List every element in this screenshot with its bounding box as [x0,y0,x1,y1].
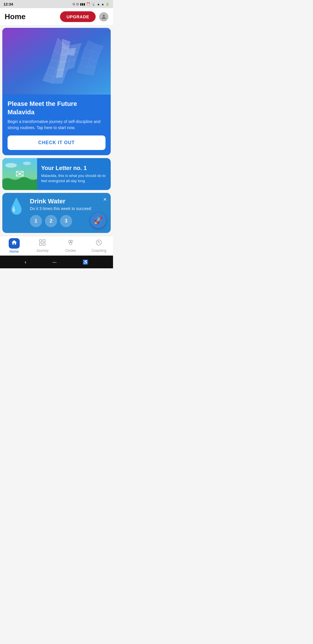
nav-label-coaching: Coaching [92,249,106,253]
android-back-button[interactable]: ‹ [25,259,26,265]
battery-full-icon: ▮▮▮ [80,2,85,6]
battery-icon: 🔋 [105,2,110,6]
svg-point-31 [23,162,31,165]
circles-icon [67,239,74,248]
letter-text-area: Your Letter no. 1 Malavida, this is what… [37,158,111,190]
header-actions: UPGRADE [60,11,108,22]
water-title: Drink Water [30,198,106,205]
svg-point-0 [103,15,105,17]
nav-item-circles[interactable]: Circles [57,237,85,254]
nav-item-journey[interactable]: Journey [28,237,57,254]
home-icon [11,239,17,247]
svg-rect-35 [43,243,45,245]
hero-card[interactable]: Please Meet the Future Malavida Begin a … [2,28,111,155]
envelope-icon: ✉ [15,168,24,180]
home-icon-box [9,238,20,249]
water-step-2[interactable]: 2 [45,215,57,227]
nav-item-home[interactable]: Home [0,236,28,255]
download-icon: ⊡ [76,2,79,6]
coaching-icon [95,239,102,248]
hero-text-area: Please Meet the Future Malavida Begin a … [2,95,111,155]
nav-item-coaching[interactable]: Coaching [85,237,113,254]
svg-point-30 [5,163,17,168]
nav-label-circles: Circles [65,249,76,253]
android-home-button[interactable]: — [52,260,57,264]
check-it-out-button[interactable]: CHECK IT OUT [8,135,105,150]
hero-title: Please Meet the Future Malavida [8,100,105,116]
signal-icon: ▲ [101,2,104,6]
app-header: Home UPGRADE [0,8,113,26]
alarm-icon: ⏰ [86,2,90,6]
svg-point-38 [70,243,72,245]
water-drop-icon: 💧 [7,199,26,214]
water-card[interactable]: × 💧 Drink Water Do it 3 times this week … [2,193,111,233]
nav-label-journey: Journey [36,249,49,253]
profile-icon[interactable] [99,12,108,21]
android-nav-bar: ‹ — ♿ [0,256,113,268]
status-bar: 12:34 G ⊡ ▮▮▮ ⏰ 📡 ▲ ▲ 🔋 [0,0,113,8]
water-step-3[interactable]: 3 [60,215,72,227]
water-step-1[interactable]: 1 [30,215,42,227]
hero-subtitle: Begin a transformative journey of self-d… [8,119,105,131]
rocket-icon: 🚀 [94,216,103,225]
letter-description: Malavida, this is what you should do to … [41,173,107,184]
page-title: Home [5,12,26,21]
wifi-icon: ▲ [97,2,100,6]
android-accessibility-button[interactable]: ♿ [83,259,88,265]
status-icons: G ⊡ ▮▮▮ ⏰ 📡 ▲ ▲ 🔋 [73,2,110,6]
journey-icon [39,239,46,248]
upgrade-button[interactable]: UPGRADE [60,11,96,22]
water-card-close-button[interactable]: × [103,196,107,202]
letter-title: Your Letter no. 1 [41,165,107,171]
nav-label-home: Home [10,249,19,254]
svg-rect-34 [39,243,42,245]
hero-illustration [2,28,111,95]
svg-marker-17 [61,47,68,56]
hero-image [2,28,111,95]
google-icon: G [73,2,75,6]
water-description: Do it 3 times this week to succeed [30,206,106,211]
svg-point-37 [70,240,73,243]
svg-rect-32 [39,240,42,242]
status-time: 12:34 [3,2,13,6]
letter-image-area: ✉ [2,158,37,190]
bottom-navigation: Home Journey Circles Coaching [0,236,113,256]
water-rocket-button[interactable]: 🚀 [90,213,106,228]
cast-icon: 📡 [92,2,96,6]
letter-card[interactable]: ✉ Your Letter no. 1 Malavida, this is wh… [2,158,111,190]
svg-rect-33 [43,240,45,242]
main-content: Please Meet the Future Malavida Begin a … [0,26,113,233]
